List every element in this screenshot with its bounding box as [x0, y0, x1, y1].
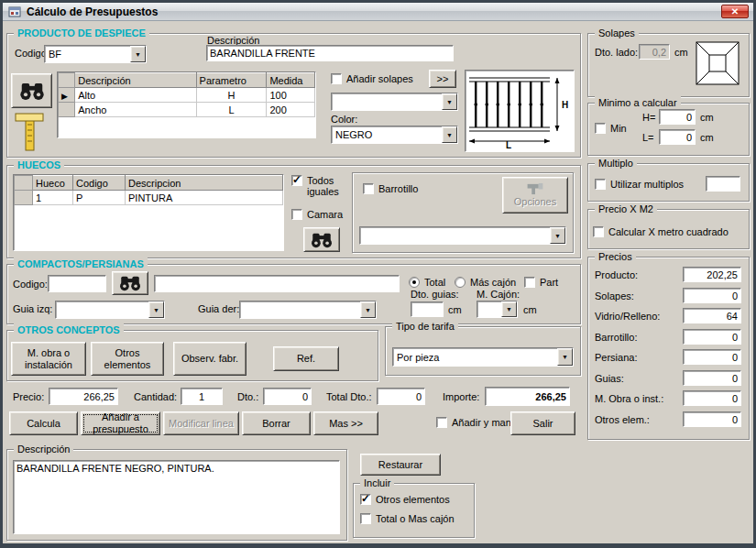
guia-izq-label: Guia izq:	[13, 303, 52, 315]
solapes-profile-combo[interactable]: ▼	[331, 93, 458, 111]
precio-solapes-field[interactable]	[683, 288, 741, 303]
buscar-hueco-button[interactable]	[303, 227, 340, 252]
descripcion-input[interactable]	[206, 45, 454, 61]
compacto-codigo-field[interactable]	[48, 275, 106, 292]
todos-iguales-checkbox[interactable]: Todos iguales	[291, 175, 350, 197]
hueco-combo[interactable]: ▼	[359, 226, 566, 245]
precio-field[interactable]	[49, 388, 118, 405]
medidas-grid[interactable]: Descripción Parametro Medida ▶ Alto H 10…	[57, 71, 316, 138]
precio-guias-field[interactable]	[683, 370, 741, 386]
tarifa-combo[interactable]: Por pieza ▼	[392, 347, 574, 367]
m-cajon-label: M. Cajón:	[477, 289, 520, 301]
mas-cajon-radio[interactable]: Más cajón	[455, 277, 516, 288]
incluir-group: Incluir	[353, 483, 475, 538]
medidas-row[interactable]: ▶ Alto H 100	[59, 88, 315, 103]
opciones-button[interactable]: Opciones	[502, 177, 568, 214]
total-radio[interactable]: Total	[409, 277, 445, 288]
dto-field[interactable]	[263, 388, 312, 405]
incluir-total-cajon-checkbox[interactable]: Total o Mas cajón	[360, 513, 455, 524]
codigo-combo[interactable]: BF ▼	[44, 45, 147, 63]
precio-producto-field[interactable]	[683, 267, 741, 282]
cell-descripcion: Alto	[75, 88, 196, 103]
part-checkbox[interactable]: Part	[524, 277, 558, 288]
row-indicator	[15, 191, 33, 205]
mas-button[interactable]: Mas >>	[313, 411, 378, 435]
header-medida: Medida	[267, 73, 315, 88]
guia-izq-combo[interactable]: ▼	[55, 301, 165, 319]
ref-button[interactable]: Ref.	[273, 346, 339, 371]
salir-button[interactable]: Salir	[510, 411, 575, 435]
titlebar[interactable]: Cálculo de Presupuestos ✕	[3, 3, 753, 21]
restaurar-button[interactable]: Restaurar	[360, 454, 441, 476]
precio-m2-title: Precio X M2	[595, 203, 657, 215]
observ-fabr-button[interactable]: Observ. fabr.	[173, 342, 247, 376]
precio-otros-field[interactable]	[683, 411, 741, 427]
railing-drawing-icon: H L	[466, 71, 572, 149]
multiplo-field[interactable]	[706, 176, 740, 192]
calcular-m2-checkbox[interactable]: Calcular X metro cuadrado	[593, 226, 729, 237]
expand-solapes-button[interactable]: >>	[429, 70, 456, 88]
total-dto-label: Total Dto.:	[326, 391, 372, 403]
close-button[interactable]: ✕	[721, 5, 749, 18]
solapes-profile-button[interactable]: ▼	[442, 93, 457, 110]
cell-codigo: P	[73, 191, 126, 205]
checkbox-box	[436, 417, 447, 428]
hueco-combo-button[interactable]: ▼	[550, 227, 565, 244]
modificar-linea-button[interactable]: Modificar linea	[163, 411, 239, 435]
anadir-solapes-checkbox[interactable]: Añadir solapes	[331, 73, 413, 84]
cantidad-field[interactable]	[181, 388, 223, 405]
header-hueco: Hueco	[33, 176, 73, 191]
dto-guias-field[interactable]	[411, 301, 444, 317]
precio-persiana-label: Persiana:	[595, 352, 637, 364]
guia-der-combo[interactable]: ▼	[239, 301, 377, 319]
total-dto-field[interactable]	[377, 388, 425, 405]
color-combo[interactable]: NEGRO ▼	[331, 126, 458, 144]
tarifa-combo-button[interactable]: ▼	[557, 348, 573, 366]
huecos-grid[interactable]: Hueco Codigo Descripcion 1 P PINTURA	[13, 174, 284, 251]
camara-checkbox[interactable]: Camara	[291, 209, 343, 220]
precio-vidrio-field[interactable]	[683, 308, 741, 323]
precio-persiana-field[interactable]	[683, 349, 741, 365]
cell-descripcion: PINTURA	[126, 191, 283, 205]
color-combo-button[interactable]: ▼	[442, 126, 457, 143]
precio-barrotillo-field[interactable]	[683, 329, 741, 345]
otros-elementos-button[interactable]: Otros elementos	[91, 342, 164, 376]
min-l-label: L=	[642, 132, 654, 144]
m-cajon-combo-button[interactable]: ▼	[501, 301, 517, 317]
checkbox-box	[331, 73, 342, 84]
incluir-otros-checkbox[interactable]: Otros elementos	[360, 494, 450, 505]
precio-mobra-field[interactable]	[683, 390, 741, 406]
dto-lado-unit: cm	[674, 47, 688, 59]
precio-label: Precio:	[13, 391, 44, 403]
radio-circle	[409, 277, 420, 288]
utilizar-multiplos-checkbox[interactable]: Utilizar multiplos	[595, 179, 684, 190]
m-obra-button[interactable]: M. obra o instalación	[11, 342, 86, 376]
checkbox-box	[595, 123, 606, 134]
buscar-compacto-button[interactable]	[112, 271, 148, 295]
descripcion-textarea[interactable]: BARANDILLA FRENTE NEGRO, PINTURA.	[13, 460, 340, 534]
guia-izq-combo-button[interactable]: ▼	[148, 301, 164, 318]
min-l-field[interactable]	[659, 129, 696, 145]
m-cajon-combo[interactable]: ▼	[477, 301, 518, 318]
app-window: Cálculo de Presupuestos ✕ PRODUCTO DE DE…	[0, 0, 756, 548]
checkbox-box	[593, 226, 604, 237]
calcula-button[interactable]: Calcula	[9, 411, 78, 435]
anadir-presupuesto-button[interactable]: Añadir a presupuesto	[81, 411, 160, 435]
cell-medida: 100	[267, 88, 315, 103]
huecos-title: HUECOS	[14, 159, 64, 171]
buscar-producto-button[interactable]	[11, 73, 52, 108]
precio-guias-label: Guias:	[595, 373, 624, 385]
importe-field[interactable]	[485, 387, 570, 406]
header-codigo: Codigo	[73, 176, 126, 191]
min-checkbox[interactable]: Min	[595, 123, 627, 134]
compacto-descripcion-field[interactable]	[154, 275, 400, 292]
huecos-row[interactable]: 1 P PINTURA	[15, 191, 283, 205]
total-label: Total	[424, 277, 445, 288]
barrotillo-checkbox[interactable]: Barrotillo	[363, 183, 418, 194]
medidas-row[interactable]: Ancho L 200	[59, 103, 315, 117]
guia-der-combo-button[interactable]: ▼	[360, 301, 376, 318]
guia-der-label: Guia der:	[198, 303, 239, 315]
min-h-field[interactable]	[659, 109, 696, 125]
codigo-combo-button[interactable]: ▼	[130, 46, 146, 62]
borrar-button[interactable]: Borrar	[242, 411, 311, 435]
